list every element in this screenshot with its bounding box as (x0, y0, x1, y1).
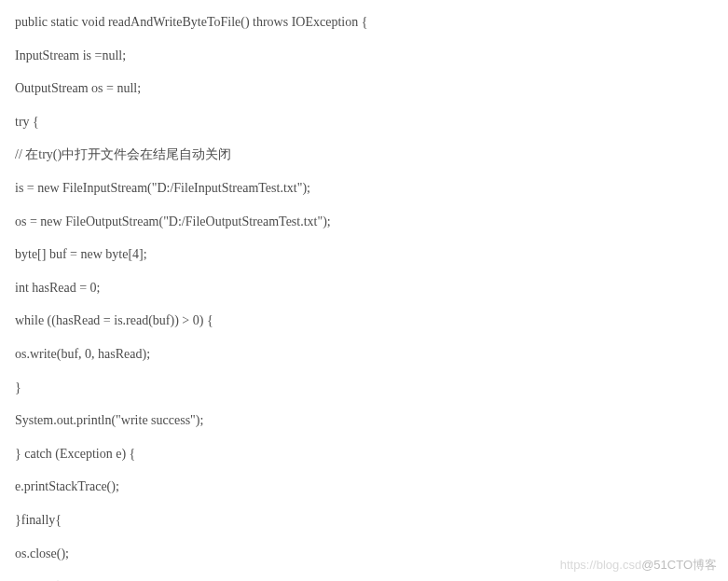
code-line: // 在try()中打开文件会在结尾自动关闭 (15, 145, 713, 164)
code-line: is = new FileInputStream("D:/FileInputSt… (15, 179, 713, 198)
code-line: try { (15, 113, 713, 131)
code-line: } catch (Exception e) { (15, 445, 713, 463)
code-line: byte[] buf = new byte[4]; (15, 245, 713, 264)
watermark: https://blog.csd@51CTO博客 (560, 557, 717, 574)
code-line: } (15, 379, 713, 397)
watermark-strong: @51CTO博客 (641, 558, 717, 572)
code-line: OutputStream os = null; (15, 79, 713, 98)
code-line: os = new FileOutputStream("D:/FileOutput… (15, 213, 713, 231)
code-block: public static void readAndWriteByteToFil… (15, 13, 713, 581)
code-line: }finally{ (15, 511, 713, 530)
code-line: e.printStackTrace(); (15, 477, 713, 496)
watermark-faint: https://blog.csd (560, 558, 641, 572)
code-line: is.close(); (15, 577, 713, 581)
code-line: while ((hasRead = is.read(buf)) > 0) { (15, 311, 713, 330)
code-line: int hasRead = 0; (15, 279, 713, 297)
code-line: InputStream is =null; (15, 47, 713, 65)
code-line: System.out.println("write success"); (15, 411, 713, 430)
code-line: os.write(buf, 0, hasRead); (15, 345, 713, 364)
code-line: public static void readAndWriteByteToFil… (15, 13, 713, 32)
